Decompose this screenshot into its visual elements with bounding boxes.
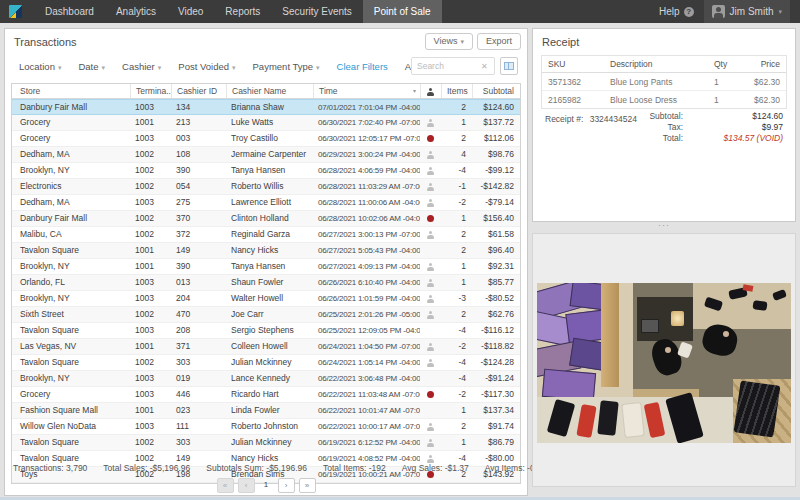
cell-store: Willow Glen NoData [12,419,130,434]
stat-total-sales: Total Sales: -$5,196.96 [103,463,190,473]
cell-time: 06/26/2021 6:10:40 PM -04:00 [313,275,420,290]
cell-cashier-id: 054 [171,179,226,194]
table-row[interactable]: Fashion Square Mall1001023Linda Fowler06… [12,403,520,419]
table-row[interactable]: Danbury Fair Mall1002370Clinton Holland0… [12,211,520,227]
cell-time: 06/25/2021 2:01:26 PM -05:00 [313,307,420,322]
alert-icon [427,135,434,142]
cell-cashier-id: 111 [171,419,226,434]
column-header-subtotal[interactable]: Subtotal [472,84,520,98]
cell-cashier-id: 371 [171,339,226,354]
receipt-qty: 1 [708,95,744,105]
column-header-termina[interactable]: Termina... [130,84,171,98]
column-header-items[interactable]: Items [441,84,472,98]
table-row[interactable]: Electronics1002054Roberto Willis06/28/20… [12,179,520,195]
table-row[interactable]: Willow Glen NoData1003111Roberto Johnsto… [12,419,520,435]
nav-item-dashboard[interactable]: Dashboard [34,0,105,23]
cell-cashier-name: Julian Mckinney [226,355,313,370]
search-input[interactable] [412,61,481,71]
panel-resize-handle[interactable]: ··· [532,221,796,232]
person-icon [426,295,435,303]
cell-time: 06/24/2021 1:04:50 PM -07:00 [313,339,420,354]
table-row[interactable]: Tavalon Square1002303Julian Mckinney06/1… [12,435,520,451]
table-row[interactable]: Brooklyn, NY1001390Tanya Hansen06/27/202… [12,259,520,275]
table-row[interactable]: Tavalon Square1003208Sergio Stephens06/2… [12,323,520,339]
cell-time: 06/28/2021 10:02:06 AM -04:00 [313,211,420,226]
table-row[interactable]: Malibu, CA1002372Reginald Garza06/27/202… [12,227,520,243]
cell-cashier-name: Linda Fowler [226,403,313,418]
cell-cashier-name: Brianna Shaw [226,100,313,115]
column-header-cashier-name[interactable]: Cashier Name [226,84,313,98]
table-row[interactable]: Danbury Fair Mall1003134Brianna Shaw07/0… [12,99,520,115]
receipt-col-qty: Qty [708,59,744,69]
cell-terminal: 1003 [130,131,171,146]
views-button[interactable]: Views▾ [425,33,473,50]
nav-item-video[interactable]: Video [167,0,214,23]
cell-store: Grocery [12,131,130,146]
table-row[interactable]: Brooklyn, NY1003204Walter Howell06/26/20… [12,291,520,307]
cell-store: Tavalon Square [12,323,130,338]
person-icon [426,119,435,127]
cell-time: 07/01/2021 7:01:04 PM -04:00 [313,100,420,115]
cell-items: -2 [441,387,472,402]
table-row[interactable]: Grocery1003446Ricardo Hart06/22/2021 11:… [12,387,520,403]
filter-date[interactable]: Date▾ [78,61,105,72]
filter-location[interactable]: Location▾ [19,61,61,72]
filter-cashier[interactable]: Cashier▾ [122,61,161,72]
table-row[interactable]: Tavalon Square1001149Nancy Hicks06/27/20… [12,243,520,259]
filter-post-voided[interactable]: Post Voided▾ [178,61,235,72]
cell-subtotal: -$80.52 [472,291,520,306]
table-row[interactable]: Brooklyn, NY1002390Tanya Hansen06/28/202… [12,163,520,179]
filter-payment-type[interactable]: Payment Type▾ [253,61,320,72]
column-label: Items [447,86,468,96]
clear-filters-link[interactable]: Clear Filters [337,61,388,72]
cell-time: 06/27/2021 3:00:13 PM -07:00 [313,227,420,242]
table-row[interactable]: Sixth Street1002470Joe Carr06/25/2021 2:… [12,307,520,323]
column-header-cashier-id[interactable]: Cashier ID [171,84,226,98]
cell-time: 06/30/2021 7:02:40 PM -07:00 [313,115,420,130]
nav-item-analytics[interactable]: Analytics [105,0,167,23]
user-menu[interactable]: Jim Smith ▾ [704,0,790,23]
cell-terminal: 1003 [130,195,171,210]
column-settings-button[interactable] [500,57,518,75]
cell-store: Tavalon Square [12,355,130,370]
cell-items: -4 [441,355,472,370]
cell-cashier-name: Troy Castillo [226,131,313,146]
page-last-button[interactable]: » [299,478,316,493]
cell-cashier-name: Lance Kennedy [226,371,313,386]
nav-item-point-of-sale[interactable]: Point of Sale [363,0,442,23]
transactions-table: StoreTermina...Cashier IDCashier NameTim… [11,83,521,484]
cell-cashier-name: Nancy Hicks [226,243,313,258]
cell-cashier-id: 390 [171,163,226,178]
table-row[interactable]: Dedham, MA1003275Lawrence Elliott06/28/2… [12,195,520,211]
app-logo-icon[interactable] [9,5,22,18]
table-row[interactable]: Las Vegas, NV1001371Colleen Howell06/24/… [12,339,520,355]
nav-item-security-events[interactable]: Security Events [271,0,362,23]
page-next-button[interactable]: › [278,478,295,493]
cell-terminal: 1001 [130,259,171,274]
stat-total-items: Total Items: -192 [323,463,386,473]
cell-cashier-id: 446 [171,387,226,402]
cell-items: -1 [441,179,472,194]
cell-cashier-name: Colleen Howell [226,339,313,354]
cell-cashier-name: Ricardo Hart [226,387,313,402]
nav-item-reports[interactable]: Reports [214,0,271,23]
table-row[interactable]: Brooklyn, NY1003019Lance Kennedy06/22/20… [12,371,520,387]
cell-cashier-id: 390 [171,259,226,274]
column-header-time[interactable]: Time▾ [313,84,420,98]
cell-time: 06/28/2021 4:06:59 PM -04:00 [313,163,420,178]
table-row[interactable]: Grocery1001213Luke Watts06/30/2021 7:02:… [12,115,520,131]
cell-store: Malibu, CA [12,227,130,242]
column-header-status[interactable] [420,84,441,98]
table-row[interactable]: Orlando, FL1003013Shaun Fowler06/26/2021… [12,275,520,291]
table-row[interactable]: Dedham, MA1002108Jermaine Carpenter06/29… [12,147,520,163]
video-frame[interactable] [537,283,791,443]
table-row[interactable]: Grocery1003003Troy Castillo06/30/2021 12… [12,131,520,147]
export-button[interactable]: Export [477,33,521,50]
help-link[interactable]: Help ? [659,6,694,17]
clear-search-icon[interactable]: ✕ [481,62,488,71]
top-navbar: DashboardAnalyticsVideoReportsSecurity E… [0,0,800,23]
cell-store: Danbury Fair Mall [12,100,130,115]
table-row[interactable]: Tavalon Square1002303Julian Mckinney06/2… [12,355,520,371]
column-header-store[interactable]: Store [12,84,130,98]
cell-subtotal: -$124.28 [472,355,520,370]
